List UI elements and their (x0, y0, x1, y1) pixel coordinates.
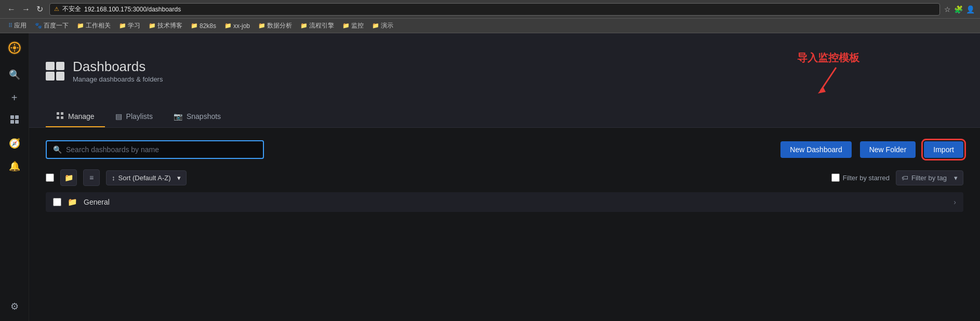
list-view-button[interactable]: ≡ (83, 169, 100, 186)
bookmark-workflow[interactable]: 📁 流程引擎 (297, 20, 337, 31)
main-content: 🔍 New Dashboard New Folder Import 📁 ≡ ↕ (29, 128, 980, 224)
grafana-logo[interactable] (4, 37, 25, 58)
address-bar[interactable]: ⚠ 不安全 192.168.100.175:3000/dashboards (49, 3, 940, 16)
new-dashboard-button[interactable]: New Dashboard (780, 141, 851, 158)
page-icon (46, 62, 64, 81)
bookmarks-bar: ⠿ 应用 🐾 百度一下 📁 工作相关 📁 学习 📁 技术博客 📁 82k8s 📁… (0, 19, 980, 33)
tab-playlists[interactable]: ▤ Playlists (105, 106, 163, 127)
sidebar-item-create[interactable]: + (4, 87, 25, 108)
bookmark-techblog-label: 技术博客 (157, 21, 182, 30)
folder-view-icon: 📁 (64, 173, 73, 182)
sidebar: 🔍 + 🧭 🔔 ⚙ (0, 33, 29, 321)
select-all-checkbox[interactable] (46, 173, 54, 182)
icon-cell-4 (56, 72, 65, 81)
search-icon: 🔍 (53, 145, 62, 154)
bookmark-monitor-label: 监控 (351, 21, 364, 30)
sidebar-item-alerting[interactable]: 🔔 (4, 156, 25, 177)
browser-actions: ☆ 🧩 👤 (944, 5, 975, 14)
bookmark-dataanalysis[interactable]: 📁 数据分析 (255, 20, 295, 31)
back-button[interactable]: ← (5, 4, 18, 15)
svg-rect-12 (57, 112, 59, 115)
bookmark-techblog[interactable]: 📁 技术博客 (145, 20, 186, 31)
svg-rect-7 (15, 115, 19, 119)
folder-icon: 📁 (342, 22, 350, 29)
app-layout: 🔍 + 🧭 🔔 ⚙ (0, 33, 980, 321)
plus-icon: + (11, 92, 18, 104)
icon-cell-1 (46, 62, 55, 71)
sidebar-item-explore[interactable]: 🧭 (4, 133, 25, 154)
bookmark-work[interactable]: 📁 工作相关 (74, 20, 114, 31)
extensions-button[interactable]: 🧩 (954, 5, 963, 14)
new-folder-button[interactable]: New Folder (860, 141, 916, 158)
page-title-row: Dashboards Manage dashboards & folders 导… (46, 46, 963, 96)
filter-right: Filter by starred 🏷 Filter by tag ▾ (831, 170, 963, 185)
tab-manage-label: Manage (68, 112, 95, 121)
folder-icon: 📁 (119, 22, 126, 29)
bookmark-star-button[interactable]: ☆ (944, 5, 951, 14)
general-label: General (84, 198, 947, 206)
bookmark-apps[interactable]: ⠿ 应用 (5, 20, 30, 31)
baidu-icon: 🐾 (35, 22, 42, 29)
nav-buttons: ← → ↻ (5, 3, 45, 15)
sidebar-item-search[interactable]: 🔍 (4, 64, 25, 85)
folder-view-button[interactable]: 📁 (60, 169, 77, 186)
icon-cell-3 (46, 72, 55, 81)
folder-icon: 📁 (224, 22, 232, 29)
folder-icon: 📁 (77, 22, 84, 29)
general-folder-icon: 📁 (68, 197, 77, 207)
filter-starred-text: Filter by starred (843, 174, 890, 182)
tag-chevron-icon: ▾ (954, 174, 958, 182)
page-title: Dashboards (73, 59, 163, 75)
search-input[interactable] (66, 145, 257, 154)
icon-cell-2 (56, 62, 65, 71)
folder-icon: 📁 (191, 22, 198, 29)
svg-rect-9 (15, 120, 19, 124)
search-icon: 🔍 (9, 69, 20, 81)
svg-rect-13 (61, 112, 63, 115)
tag-icon: 🏷 (902, 174, 908, 182)
sidebar-item-settings[interactable]: ⚙ (4, 296, 25, 317)
bookmark-demo-label: 演示 (381, 21, 393, 30)
sort-label: Sort (Default A-Z) (118, 174, 171, 182)
bookmark-apps-label: 应用 (14, 21, 27, 30)
general-folder-row[interactable]: 📁 General › (46, 192, 963, 212)
filter-tag-dropdown[interactable]: 🏷 Filter by tag ▾ (896, 170, 963, 185)
bookmark-82k8s[interactable]: 📁 82k8s (188, 21, 219, 31)
page-header: Dashboards Manage dashboards & folders 导… (29, 33, 980, 128)
bookmark-workflow-label: 流程引擎 (309, 21, 334, 30)
tab-playlists-label: Playlists (126, 112, 153, 121)
folder-icon: 📁 (300, 22, 308, 29)
bookmark-study[interactable]: 📁 学习 (116, 20, 143, 31)
playlists-icon: ▤ (115, 112, 122, 121)
import-button[interactable]: Import (924, 141, 963, 158)
security-warning-text: 不安全 (62, 5, 81, 14)
reload-button[interactable]: ↻ (34, 3, 45, 15)
bookmark-monitor[interactable]: 📁 监控 (339, 20, 367, 31)
search-box[interactable]: 🔍 (46, 140, 264, 159)
general-checkbox[interactable] (53, 198, 61, 206)
page-subtitle: Manage dashboards & folders (73, 75, 163, 83)
list-view-icon: ≡ (89, 173, 94, 182)
bookmark-work-label: 工作相关 (86, 21, 111, 30)
sidebar-item-dashboards[interactable] (4, 110, 25, 131)
tab-manage[interactable]: Manage (46, 106, 105, 127)
bookmark-xxjob[interactable]: 📁 xx-job (221, 21, 253, 31)
bookmark-82k8s-label: 82k8s (200, 22, 216, 30)
bookmark-baidu-label: 百度一下 (44, 21, 69, 30)
svg-rect-14 (57, 116, 59, 119)
sort-dropdown[interactable]: ↕ Sort (Default A-Z) ▾ (106, 170, 187, 185)
svg-rect-8 (10, 120, 14, 124)
browser-chrome: ← → ↻ ⚠ 不安全 192.168.100.175:3000/dashboa… (0, 0, 980, 19)
folder-icon: 📁 (149, 22, 156, 29)
bookmark-demo[interactable]: 📁 演示 (369, 20, 396, 31)
sort-icon: ↕ (112, 174, 115, 182)
tab-snapshots[interactable]: 📷 Snapshots (163, 106, 231, 127)
bookmark-baidu[interactable]: 🐾 百度一下 (32, 20, 72, 31)
dashboards-icon (10, 115, 19, 127)
profile-button[interactable]: 👤 (966, 5, 975, 14)
svg-rect-15 (61, 116, 63, 119)
actions-row: 🔍 New Dashboard New Folder Import (46, 140, 963, 159)
chevron-down-icon: ▾ (177, 174, 181, 182)
filter-starred-checkbox[interactable] (831, 173, 840, 182)
forward-button[interactable]: → (20, 4, 32, 15)
